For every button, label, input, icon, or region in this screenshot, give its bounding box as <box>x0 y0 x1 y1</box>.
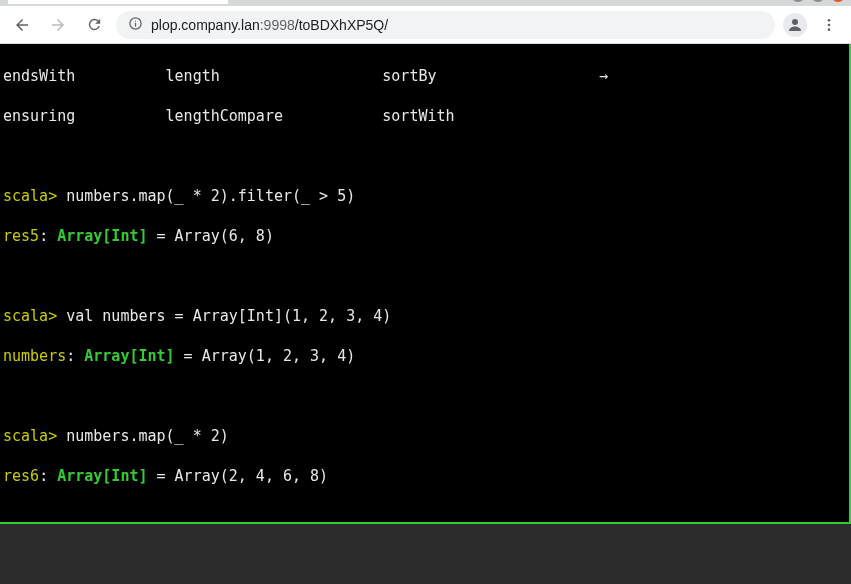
reload-button[interactable] <box>80 11 108 39</box>
url-text: plop.company.lan:9998/toBDXhXP5Q/ <box>151 17 388 33</box>
svg-point-8 <box>828 19 831 22</box>
repl-output: res5: Array[Int] = Array(6, 8) <box>3 226 846 246</box>
forward-button[interactable] <box>44 11 72 39</box>
completion-row: ensuring lengthCompare sortWith <box>3 106 846 126</box>
svg-point-9 <box>828 23 831 26</box>
browser-menu-icon[interactable] <box>815 11 843 39</box>
window-close-icon[interactable] <box>831 0 845 2</box>
repl-input: scala> val numbers = Array[Int](1, 2, 3,… <box>3 306 846 326</box>
blank-row <box>3 386 846 406</box>
new-tab-button[interactable]: + <box>232 0 260 2</box>
profile-avatar-icon[interactable] <box>783 13 807 37</box>
browser-toolbar: plop.company.lan:9998/toBDXhXP5Q/ <box>0 6 851 44</box>
repl-input: scala> numbers.map(_ * 2) <box>3 426 846 446</box>
address-bar[interactable]: plop.company.lan:9998/toBDXhXP5Q/ <box>116 11 775 39</box>
repl-output: res6: Array[Int] = Array(2, 4, 6, 8) <box>3 466 846 486</box>
blank-row <box>3 146 846 166</box>
repl-output: numbers: Array[Int] = Array(1, 2, 3, 4) <box>3 346 846 366</box>
svg-point-10 <box>828 28 831 31</box>
terminal-output[interactable]: endsWith length sortBy → ensuring length… <box>0 44 851 524</box>
repl-input: scala> numbers.map(_ * 2).filter(_ > 5) <box>3 186 846 206</box>
window-minimize-icon[interactable] <box>791 0 805 2</box>
blank-row <box>3 506 846 524</box>
completion-row: endsWith length sortBy → <box>3 66 846 86</box>
window-maximize-icon[interactable] <box>811 0 825 2</box>
svg-rect-6 <box>135 22 136 26</box>
back-button[interactable] <box>8 11 36 39</box>
browser-tab-active[interactable]: REPLbot session × <box>8 0 228 4</box>
browser-tabbar: REPLbot session × + <box>0 0 851 6</box>
svg-point-5 <box>135 20 136 21</box>
site-info-icon[interactable] <box>128 16 143 34</box>
svg-point-7 <box>792 19 798 25</box>
blank-row <box>3 266 846 286</box>
